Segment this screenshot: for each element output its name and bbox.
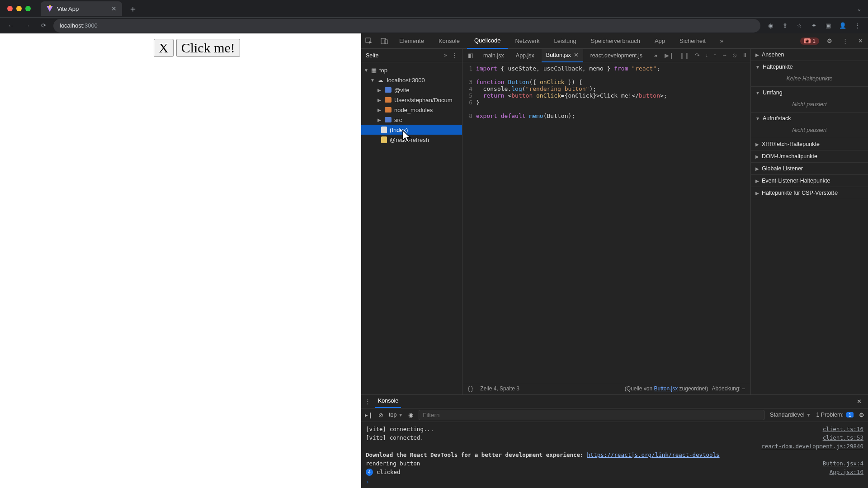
x-button[interactable]: X [154, 39, 174, 57]
tab-elements[interactable]: Elemente [392, 33, 431, 49]
tab-overflow-icon[interactable]: ⌄ [850, 5, 868, 12]
extensions-icon[interactable]: ✦ [807, 19, 820, 32]
react-devtools-link[interactable]: https://reactjs.org/link/react-devtools [587, 451, 720, 458]
section-event[interactable]: ▶Event-Listener-Haltepunkte [751, 175, 868, 187]
forward-button[interactable]: → [21, 19, 33, 32]
devtools-close-icon[interactable]: ✕ [853, 33, 868, 49]
folder-icon [385, 117, 392, 122]
step-out-icon[interactable]: ↑ [713, 52, 716, 59]
code-view[interactable]: 1 3 4 5 6 8 import { useState, useCallba… [462, 62, 750, 383]
console-context[interactable]: top▼ [389, 412, 403, 418]
share-icon[interactable]: ⇪ [778, 19, 791, 32]
tab-console[interactable]: Konsole [431, 33, 467, 49]
log-source-link[interactable]: client.ts:16 [823, 426, 863, 432]
console-sidebar-icon[interactable]: ▸❙ [365, 412, 373, 418]
section-breakpoints[interactable]: ▼Haltepunkte [751, 61, 868, 73]
debugger-sidebar: ▶Ansehen ▼Haltepunkte Keine Haltepunkte … [750, 49, 868, 394]
inspect-element-icon[interactable] [361, 33, 377, 49]
editor-nav-icon[interactable]: ◧ [465, 48, 476, 63]
panel-icon[interactable]: ▣ [822, 19, 835, 32]
problem-count-badge: 1 [846, 412, 854, 418]
profile-icon[interactable]: 👤 [836, 19, 849, 32]
tab-security[interactable]: Sicherheit [672, 33, 713, 49]
section-dom[interactable]: ▶DOM-Umschaltpunkte [751, 150, 868, 162]
section-csp[interactable]: ▶Haltepunkte für CSP-Verstöße [751, 187, 868, 199]
vite-favicon-icon [46, 5, 53, 12]
device-toolbar-icon[interactable] [377, 33, 392, 49]
section-callstack[interactable]: ▼Aufrufstack [751, 113, 868, 124]
new-tab-button[interactable]: ＋ [122, 3, 144, 15]
tree-file-index[interactable]: (Index) [361, 125, 462, 135]
click-me-button[interactable]: Click me! [176, 39, 240, 57]
tab-app[interactable]: App [647, 33, 672, 49]
step-icon[interactable]: → [722, 52, 728, 59]
minimize-window-icon[interactable] [16, 6, 22, 11]
console-eye-icon[interactable]: ◉ [408, 412, 413, 418]
tab-sources[interactable]: Quellcode [467, 33, 508, 49]
tree-folder-node-modules[interactable]: ▶node_modules [361, 105, 462, 115]
tab-network[interactable]: Netzwerk [508, 33, 547, 49]
navigator-menu-icon[interactable]: ⋮ [452, 52, 458, 59]
log-source-link[interactable]: client.ts:53 [823, 434, 863, 441]
cursor-position: Zeile 4, Spalte 3 [480, 385, 519, 392]
pause-icon[interactable]: ❙❙ [679, 52, 689, 59]
tab-memory[interactable]: Speicherverbrauch [584, 33, 647, 49]
tree-file-react-refresh[interactable]: @react-refresh [361, 135, 462, 145]
deactivate-bp-icon[interactable]: ⦸ [733, 52, 736, 59]
sync-icon[interactable]: ◉ [764, 19, 777, 32]
section-watch[interactable]: ▶Ansehen [751, 49, 868, 61]
navigator-overflow-icon[interactable]: » [444, 52, 447, 59]
settings-icon[interactable]: ⚙ [822, 33, 837, 49]
tree-folder-vite[interactable]: ▶@vite [361, 85, 462, 95]
tree-folder-users[interactable]: ▶Users/stephan/Docum [361, 95, 462, 105]
navigator-site-tab[interactable]: Seite [366, 52, 379, 59]
close-window-icon[interactable] [7, 6, 13, 11]
console-clear-icon[interactable]: ⊘ [378, 412, 383, 418]
devtools-menu-icon[interactable]: ⋮ [837, 33, 853, 49]
section-scope[interactable]: ▼Umfang [751, 87, 868, 99]
tree-top[interactable]: ▼▦top [361, 65, 462, 75]
step-over-icon[interactable]: ↷ [695, 52, 700, 59]
section-global[interactable]: ▶Globale Listener [751, 163, 868, 174]
editor-tab-main[interactable]: main.jsx [479, 49, 509, 62]
console-filter-input[interactable] [419, 410, 764, 420]
back-button[interactable]: ← [5, 19, 17, 32]
drawer-close-icon[interactable]: ✕ [854, 398, 864, 405]
pause-exception-icon[interactable]: ⏸ [742, 52, 748, 59]
reload-button[interactable]: ⟳ [37, 19, 50, 32]
window-icon: ▦ [371, 67, 377, 74]
tab-close-icon[interactable]: ✕ [111, 5, 117, 12]
log-source-link[interactable]: Button.jsx:4 [823, 460, 863, 467]
console-settings-icon[interactable]: ⚙ [859, 412, 864, 418]
bookmark-icon[interactable]: ☆ [793, 19, 806, 32]
editor-tab-overflow-icon[interactable]: » [650, 49, 662, 62]
log-row: react-dom.development.js:29840 [366, 442, 863, 450]
menu-icon[interactable]: ⋮ [851, 19, 863, 32]
drawer-tab-console[interactable]: Konsole [375, 394, 401, 408]
devtools-panel: Elemente Konsole Quellcode Netzwerk Leis… [361, 33, 868, 488]
section-xhr[interactable]: ▶XHR/fetch-Haltepunkte [751, 138, 868, 150]
editor-tab-button[interactable]: Button.jsx✕ [542, 49, 583, 62]
log-source-link[interactable]: react-dom.development.js:29840 [761, 443, 863, 450]
drawer-menu-icon[interactable]: ⋮ [365, 398, 371, 405]
url-field[interactable]: localhost:3000 [53, 19, 760, 33]
browser-tab[interactable]: Vite App ✕ [41, 1, 122, 16]
step-into-icon[interactable]: ↓ [705, 52, 708, 59]
tab-overflow-icon[interactable]: » [713, 33, 731, 49]
maximize-window-icon[interactable] [25, 6, 31, 11]
log-source-link[interactable]: App.jsx:10 [830, 469, 863, 476]
play-icon[interactable]: ▶❙ [665, 52, 674, 59]
close-icon[interactable]: ✕ [574, 52, 579, 58]
console-prompt[interactable]: › [366, 477, 863, 485]
error-badge[interactable]: ◉1 [800, 38, 819, 45]
editor-tab-app[interactable]: App.jsx [511, 49, 539, 62]
format-icon[interactable]: { } [468, 385, 473, 392]
console-problems[interactable]: 1 Problem: 1 [816, 412, 854, 418]
tree-folder-src[interactable]: ▶src [361, 115, 462, 125]
tab-title: Vite App [57, 5, 79, 12]
tree-origin[interactable]: ▼☁localhost:3000 [361, 75, 462, 85]
editor-tab-react-dev[interactable]: react.development.js [586, 49, 647, 62]
source-map-link[interactable]: Button.jsx [654, 385, 678, 392]
tab-performance[interactable]: Leistung [547, 33, 584, 49]
console-level[interactable]: Standardlevel▼ [770, 412, 811, 418]
